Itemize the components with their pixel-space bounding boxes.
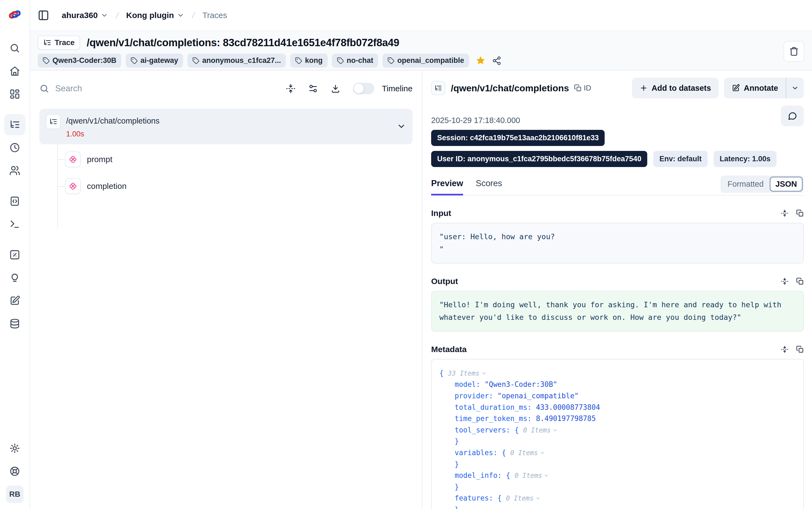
tree-root-row[interactable]: /qwen/v1/chat/completions 1.00s bbox=[39, 109, 412, 144]
list-tree-icon bbox=[49, 117, 58, 126]
tag-chip[interactable]: anonymous_c1fca27... bbox=[187, 54, 286, 68]
expand-items-control[interactable]: 0 Items bbox=[523, 425, 558, 436]
sidebar-toggle-button[interactable] bbox=[38, 9, 49, 21]
tag-icon bbox=[131, 57, 138, 64]
copy-input-button[interactable] bbox=[796, 209, 804, 217]
add-to-datasets-button[interactable]: Add to datasets bbox=[632, 78, 719, 98]
tag-chip[interactable]: openai_compatible bbox=[382, 54, 469, 68]
event-clover-icon bbox=[68, 155, 78, 164]
chevron-down-icon[interactable] bbox=[397, 122, 406, 131]
user-avatar[interactable]: RB bbox=[6, 485, 24, 503]
id-label: ID bbox=[584, 84, 591, 92]
tag-icon bbox=[295, 57, 302, 64]
sidebar-item-playground[interactable] bbox=[0, 213, 30, 236]
session-badge[interactable]: Session: c42fca19b75e13aac2b2106610f81e3… bbox=[431, 130, 605, 146]
sidebar-item-search[interactable] bbox=[0, 37, 30, 60]
annotate-menu-button[interactable] bbox=[786, 78, 804, 98]
square-pen-icon bbox=[9, 295, 20, 306]
collapse-metadata-button[interactable] bbox=[781, 345, 788, 353]
breadcrumb-separator bbox=[113, 11, 121, 20]
sidebar-item-users[interactable] bbox=[0, 159, 30, 182]
trace-type-label: Trace bbox=[54, 38, 75, 47]
square-pen-icon bbox=[732, 84, 740, 92]
breadcrumb-section[interactable]: Kong plugin bbox=[126, 11, 184, 20]
tree-connector-stub bbox=[58, 159, 65, 160]
sidebar-item-home[interactable] bbox=[0, 60, 30, 82]
tree-node-prompt[interactable]: prompt bbox=[58, 151, 412, 167]
latency-badge: Latency: 1.00s bbox=[714, 151, 776, 167]
download-button[interactable] bbox=[331, 83, 340, 94]
comments-button[interactable] bbox=[781, 105, 804, 126]
expand-items-control[interactable]: 0 Items bbox=[514, 471, 549, 481]
copy-output-button[interactable] bbox=[796, 277, 804, 285]
content-panels: Timeline /qwen/v1/chat/completions 1.00s bbox=[30, 71, 812, 509]
trash-icon bbox=[789, 46, 799, 57]
tag-icon bbox=[337, 57, 344, 64]
chevron-down-icon bbox=[791, 84, 799, 92]
metadata-line: variables: { 0 Items bbox=[439, 447, 796, 459]
toggle-knob bbox=[354, 83, 364, 94]
user-id-badge[interactable]: User ID: anonymous_c1fca2795bbedc5f36678… bbox=[431, 151, 647, 167]
sidebar-item-annotation[interactable] bbox=[0, 289, 30, 312]
metadata-line: } bbox=[439, 481, 796, 493]
metadata-heading: Metadata bbox=[431, 345, 467, 354]
sidebar-item-traces[interactable] bbox=[0, 113, 30, 136]
fold-vertical-icon bbox=[781, 345, 788, 353]
sidebar-item-evaluation[interactable] bbox=[0, 243, 30, 266]
share-icon bbox=[492, 56, 501, 65]
tag-chip[interactable]: no-chat bbox=[332, 54, 378, 68]
tree-node-label: completion bbox=[87, 181, 126, 191]
expand-items-control[interactable]: 33 Items bbox=[448, 368, 487, 379]
tree-node-completion[interactable]: completion bbox=[58, 178, 412, 194]
favorite-star-button[interactable] bbox=[475, 55, 486, 66]
sidebar-item-insights[interactable] bbox=[0, 266, 30, 289]
sidebar-item-settings[interactable] bbox=[0, 437, 30, 460]
star-icon bbox=[475, 55, 486, 66]
tab-preview[interactable]: Preview bbox=[431, 178, 463, 196]
metadata-line: { 33 Items bbox=[439, 368, 796, 379]
annotate-button[interactable]: Annotate bbox=[724, 78, 786, 98]
sliders-icon bbox=[308, 83, 318, 94]
tree-root-latency: 1.00s bbox=[66, 130, 397, 138]
sidebar-item-dashboards[interactable] bbox=[0, 82, 30, 105]
sidebar-item-sessions[interactable] bbox=[0, 136, 30, 159]
collapse-output-button[interactable] bbox=[781, 277, 788, 285]
share-button[interactable] bbox=[492, 56, 501, 65]
tag-chip[interactable]: kong bbox=[290, 54, 328, 68]
tag-chip[interactable]: ai-gateway bbox=[126, 54, 183, 68]
expand-items-control[interactable]: 0 Items bbox=[506, 493, 541, 504]
copy-id-button[interactable]: ID bbox=[574, 84, 591, 92]
metadata-line: total_duration_ms: 433.00008773804 bbox=[439, 402, 796, 413]
timeline-toggle[interactable] bbox=[353, 83, 374, 94]
metadata-line: features: { 0 Items bbox=[439, 493, 796, 504]
observation-badge bbox=[65, 151, 81, 167]
chevron-down-icon bbox=[101, 11, 108, 19]
fold-vertical-icon bbox=[286, 83, 296, 94]
view-json-option[interactable]: JSON bbox=[770, 177, 803, 192]
sidebar-item-datasets[interactable] bbox=[0, 312, 30, 335]
message-circle-icon bbox=[787, 111, 797, 121]
metadata-line: } bbox=[439, 504, 796, 509]
app-logo-icon[interactable] bbox=[7, 6, 23, 23]
sidebar-item-prompts[interactable] bbox=[0, 190, 30, 213]
dashboard-grid-icon bbox=[9, 89, 20, 100]
view-formatted-option[interactable]: Formatted bbox=[722, 177, 770, 191]
view-settings-button[interactable] bbox=[308, 83, 318, 94]
search-input[interactable] bbox=[55, 83, 286, 94]
tab-scores[interactable]: Scores bbox=[476, 178, 502, 196]
trace-detail-panel: /qwen/v1/chat/completions ID Add to data… bbox=[422, 71, 812, 509]
sidebar-item-support[interactable] bbox=[0, 460, 30, 483]
collapse-all-button[interactable] bbox=[286, 83, 296, 94]
tag-chip[interactable]: Qwen3-Coder:30B bbox=[38, 54, 121, 68]
copy-icon bbox=[796, 345, 804, 353]
metadata-section: Metadata { 33 Items model: "Qwen3-Coder:… bbox=[431, 345, 804, 509]
detail-tabs: Preview Scores Formatted JSON bbox=[431, 178, 804, 196]
expand-items-control[interactable]: 0 Items bbox=[510, 448, 545, 458]
delete-trace-button[interactable] bbox=[784, 41, 804, 62]
breadcrumb-project[interactable]: ahura360 bbox=[62, 11, 108, 20]
collapse-input-button[interactable] bbox=[781, 209, 788, 217]
metadata-line: provider: "openai_compatible" bbox=[439, 391, 796, 402]
copy-metadata-button[interactable] bbox=[796, 345, 804, 353]
copy-icon bbox=[796, 209, 804, 217]
lightbulb-icon bbox=[9, 272, 20, 283]
